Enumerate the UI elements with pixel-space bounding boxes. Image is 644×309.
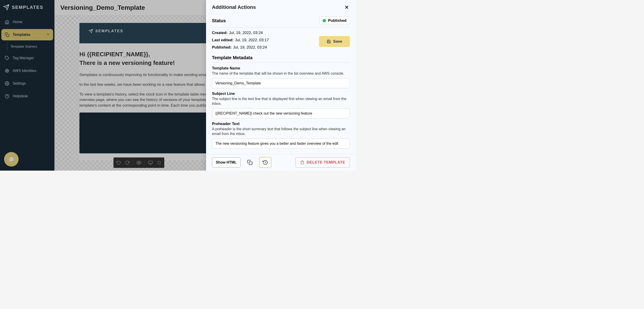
sidebar-subitem-label: Template Starters [10,44,37,48]
sidebar-item-label: Templates [13,33,30,37]
metadata-section-title: Template Metadata [212,55,350,63]
save-button[interactable]: Save [319,36,350,47]
template-brand: SEMPLATES [95,29,124,33]
subject-line-input[interactable] [212,108,350,118]
svg-point-4 [7,70,7,71]
trash-icon [300,160,304,164]
status-section-title: Status [212,18,226,23]
sidebar-item-tag-manager[interactable]: Tag Manager [1,52,53,64]
svg-rect-9 [149,161,152,164]
history-icon [262,160,268,165]
brand-text: SEMPLATES [12,5,43,10]
fingerprint-icon [4,68,10,73]
redo-button[interactable] [124,158,131,167]
sidebar-item-helpdesk[interactable]: Helpdesk [1,90,53,102]
show-html-button[interactable]: Show HTML [212,158,240,168]
canvas-toolbar [114,158,164,168]
duplicate-button[interactable] [244,157,256,168]
additional-actions-panel: Additional Actions Status Published Crea… [206,0,356,170]
preheader-desc: A preheader is the short summary text th… [212,126,350,136]
template-name-input[interactable] [212,78,350,88]
chevron-down-icon [46,32,50,37]
version-history-button[interactable] [259,157,272,168]
status-dot-icon [323,19,326,22]
sidebar-item-label: Home [13,20,22,24]
sidebar-item-label: Helpdesk [13,94,28,98]
brand-logo: SEMPLATES [0,0,54,14]
subject-line-desc: The subject line is the text line that i… [212,96,350,106]
sidebar-item-settings[interactable]: Settings [1,78,53,89]
gear-icon [4,81,10,86]
sidebar-item-templates[interactable]: Templates [1,29,53,40]
status-value: Published [328,18,346,23]
created-row: Created:Jul, 19, 2022, 03:24 [212,31,350,35]
preheader-label: Preheader Text [212,122,350,126]
preview-button[interactable] [135,158,143,167]
template-name-label: Template Name [212,66,350,70]
close-icon [344,4,350,10]
sidebar: SEMPLATES Home Templates Template Starte… [0,0,54,170]
delete-template-button[interactable]: DELETE TEMPLATE [296,157,350,168]
mobile-view-button[interactable] [155,158,163,167]
sidebar-subitem-template-starters[interactable]: Template Starters [7,42,53,51]
preheader-input[interactable] [212,138,350,148]
sidebar-item-label: Tag Manager [13,56,34,60]
svg-point-8 [138,162,140,163]
chat-bubble[interactable] [4,152,18,166]
paper-plane-icon [88,29,93,33]
sidebar-item-label: AWS Identities [13,69,36,73]
paper-plane-icon [3,4,10,10]
template-name-desc: The name of the template that will be sh… [212,71,350,76]
svg-point-5 [6,83,8,84]
desktop-view-button[interactable] [146,158,154,167]
svg-rect-12 [158,161,160,164]
copy-icon [247,160,252,165]
sidebar-item-label: Settings [13,82,26,86]
tag-icon [4,56,10,60]
status-badge: Published [319,16,350,25]
close-button[interactable] [344,4,350,10]
svg-rect-16 [249,162,252,165]
chat-icon [8,156,14,162]
help-icon [4,94,10,99]
panel-title: Additional Actions [212,4,256,10]
copy-icon [4,32,10,37]
undo-button[interactable] [115,158,122,167]
sidebar-item-aws-identities[interactable]: AWS Identities [1,65,53,76]
subject-line-label: Subject Line [212,92,350,96]
home-icon [4,20,10,24]
sidebar-item-home[interactable]: Home [1,16,53,28]
svg-rect-0 [6,34,9,37]
save-icon [327,40,331,44]
